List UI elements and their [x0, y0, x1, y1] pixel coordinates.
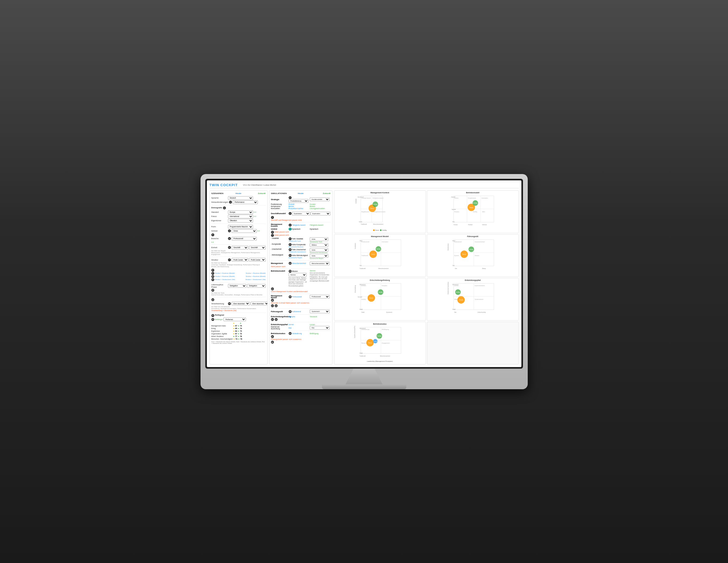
branche-select[interactable]: Professionell [232, 237, 257, 241]
svg-text:Heute: Heute [459, 299, 463, 300]
lebenszyklus-section: Lebenszyklus Phase Delegation Delegation… [211, 283, 266, 296]
mm-label: Management Modell [271, 295, 288, 298]
svg-text:Experimentieren: Experimentieren [475, 285, 485, 286]
fs-label: Führungsstil [271, 310, 288, 313]
groesse-row: Grösse 3 Gross 4.4 [211, 229, 266, 233]
groesse-aa[interactable]: 4.4 [258, 230, 260, 232]
management-section: Management 12 Menschenzentriert Menschen… [271, 262, 331, 268]
unsich-num10: 10 [289, 248, 292, 251]
chart-empty [427, 322, 519, 364]
klarheit-select[interactable]: Klar [310, 326, 330, 329]
umfeld-heute: Dynamisch [292, 228, 301, 230]
svg-text:Situativ: Situativ [475, 255, 479, 256]
lebenszyklus-select-zukunft[interactable]: Delegation [247, 284, 266, 288]
num13: 13 [211, 298, 214, 301]
svg-text:Systemisieren: Systemisieren [475, 298, 483, 300]
kompl-zukunft-select[interactable]: Mittlere [310, 243, 328, 247]
verantwortung-select-heute[interactable]: Eher dezentral [232, 302, 250, 305]
standort-aa[interactable]: 4.4 [254, 211, 256, 213]
svg-text:Undurchsichtig: Undurchsichtig [477, 312, 486, 313]
legend-heute: Heute [373, 230, 379, 231]
positionierung-zukunft: Kunden [310, 203, 331, 205]
verantwortung-row: Verantwortung 14 Eher dezentral Eher dez… [211, 302, 266, 305]
groesse-select[interactable]: Gross [232, 229, 257, 233]
svg-text:Tief: Tief [359, 265, 361, 266]
struktur-select-zukunft[interactable]: Profit Center [249, 258, 266, 262]
fs-select[interactable]: Systemisch [310, 309, 330, 313]
einheit-select-heute[interactable]: Geschäft [232, 246, 248, 250]
form-select[interactable]: Programmierte Maschin... [228, 225, 253, 229]
reifegrad-select[interactable]: Performer [223, 317, 246, 321]
reifegrad-geschwindigkeit: Menschen: Geschwindigkeit ● 74 ● 78 [211, 338, 266, 340]
strategie-heute-select[interactable]: Produktleistung [289, 199, 308, 203]
gm-zukunft-select[interactable]: Exploration [311, 212, 330, 216]
branche-aa[interactable]: 4.4 [211, 241, 214, 243]
num10: 10 [211, 275, 214, 278]
mm-select[interactable]: Professionell [310, 295, 330, 298]
reifegrad-section: 15 Reifegrad 16 Befähiger Performer [211, 314, 266, 344]
reifegrad-label: Reifegrad [215, 314, 224, 316]
demografie-number: 2 [223, 207, 226, 210]
fokus-select[interactable]: International [228, 215, 253, 218]
fokus-aa[interactable]: 4.4 [254, 216, 256, 217]
verantwortung-alert: Verantwortung > Involvieren (Stil) [211, 309, 266, 311]
gm-heute-select[interactable]: Exploitation [292, 212, 310, 216]
management-label: Management [271, 262, 288, 265]
sprache-select[interactable]: Deutsch [228, 196, 253, 200]
struktur-row: Struktur 7 Profit Center Profit Center [211, 258, 266, 262]
app-version: V3.1 for ClientName I Lukas Michel [243, 184, 276, 186]
chart-management-modell: Management Modell Professionell Innovati… [334, 234, 426, 277]
svg-text:Dynamisch: Dynamisch [452, 284, 459, 285]
svg-text:Professionell: Professionell [361, 241, 369, 243]
herausforderungen-label: Herausforderungen [211, 201, 229, 203]
mehr-heute-sub: Dynamische Regeln [289, 257, 310, 259]
eigentuemer-select[interactable]: Öffentlich [228, 219, 253, 223]
unsich-zukunft-select[interactable]: Hohe [310, 248, 328, 252]
svg-text:Formal: Formal [454, 224, 458, 226]
strategie-zukunft-select[interactable]: Kundenvorteile [310, 198, 330, 201]
svg-text:Heute: Heute [369, 297, 373, 299]
mehr-zukunft-select[interactable]: Hohe [310, 254, 328, 258]
kompl-heute: Hohe Komplexität [292, 244, 306, 246]
standort-select[interactable]: Europa [228, 211, 253, 214]
svg-text:Klar: Klar [454, 312, 456, 313]
bm-heute-select[interactable]: Service [289, 273, 307, 277]
svg-text:Heute: Heute [371, 254, 375, 255]
svg-text:Menschenzentriert: Menschenzentriert [373, 224, 383, 225]
lebenszyklus-sub: Die Wahl der Tools [211, 292, 266, 294]
positionierung-heute: Produkt [289, 203, 310, 205]
mgmt-select[interactable]: Menschenzentriert [310, 262, 330, 265]
unsich-heute-sub: Traditionelle Interaktionen [289, 251, 310, 253]
standort-label: Standort [211, 211, 227, 213]
chart-ep-svg: Lernen Experimentieren Adaptieren System… [428, 282, 517, 316]
svg-text:Engage: Engage [373, 341, 377, 342]
ef-num21: 21 [271, 318, 274, 321]
struktur-select-heute[interactable]: Profit Center [232, 258, 248, 262]
ep-heute: Lernen [289, 323, 310, 325]
num8: 8 [211, 269, 214, 272]
lebenszyklus-select-heute[interactable]: Delegation [228, 284, 246, 288]
einheit-select-zukunft[interactable]: Geschäft [249, 246, 266, 250]
vol-zukunft-select[interactable]: Hohe [310, 237, 328, 241]
svg-text:Innovation.: Innovation. [481, 197, 488, 199]
einheit-label: Einheit [211, 246, 227, 249]
legend-heute-dot [373, 230, 375, 231]
branche-row: Branche 5 Professionell [211, 237, 266, 241]
herausforderungen-select[interactable]: Performance [233, 201, 258, 204]
chart-mk-svg: Umfeld Change-basiert Fähigkeits-basiert… [335, 194, 425, 228]
sim-zukunft: Zukunft [311, 192, 330, 195]
chart-ef-title: Entscheidungsfindung [335, 279, 425, 281]
herausforderungen-number: 1 [229, 201, 232, 204]
einheit-row: Einheit 6 Geschäft Geschäft [211, 246, 266, 250]
branche-number: 5 [228, 237, 231, 240]
left-panel: SZENARIEN Heute Zukunft Sprache Deutsch … [210, 191, 268, 364]
vol-label: - Volatilität [271, 237, 288, 239]
screen-content: TWIN COCKPIT V3.1 for ClientName I Lukas… [207, 180, 521, 367]
mehr-heute: Hohe Mehrdeutigkeit [292, 255, 308, 256]
num4: 4 [211, 234, 214, 236]
chart-mm-svg: Professionell Innovation Traditionell No… [335, 238, 425, 272]
verantwortung-select-zukunft[interactable]: Eher dezentral [251, 302, 268, 305]
bmodus-num26: 26 [271, 341, 274, 343]
bm-num14: 14 [271, 287, 274, 290]
ef-num22: 22 [275, 318, 278, 321]
